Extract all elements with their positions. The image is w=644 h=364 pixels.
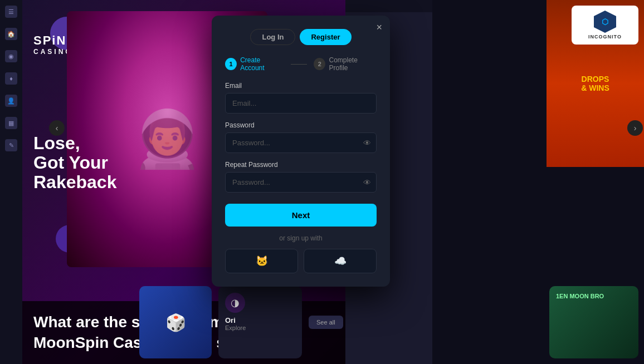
tab-row: Log In Register bbox=[225, 29, 377, 45]
sidebar-game-icon[interactable]: ◉ bbox=[5, 50, 17, 62]
bottom-cards-row: 🎲 ◑ Ori Explore See all bbox=[139, 286, 343, 358]
main-content: SPiN CASINO 👨‍🚀 💵 Lose, Got Your Rakebac… bbox=[22, 0, 644, 364]
step-2-label: Complete Profile bbox=[329, 56, 377, 72]
incognito-hex-icon: ⬡ bbox=[594, 11, 616, 33]
origami-card: ◑ Ori Explore bbox=[218, 286, 302, 358]
password-label: Password bbox=[225, 121, 377, 129]
step-1: 1 Create Account bbox=[225, 56, 284, 72]
step-2-circle: 2 bbox=[314, 58, 325, 70]
email-group: Email bbox=[225, 82, 377, 114]
dice-card: 🎲 bbox=[139, 286, 212, 358]
drops-wins-text: DROPS& WINS bbox=[581, 75, 609, 92]
banner-tagline: Lose, Got Your Rakeback bbox=[33, 134, 116, 193]
next-button[interactable]: Next bbox=[225, 204, 377, 227]
moon-bro-card: 1EN MOON BRO bbox=[549, 286, 638, 358]
social-icon-2: ☁️ bbox=[334, 255, 347, 267]
origami-icon: ◑ bbox=[225, 293, 245, 313]
social-icon-1: 🐱 bbox=[256, 255, 268, 267]
password-input[interactable] bbox=[225, 132, 377, 153]
incognito-logo: ⬡ INCOGNITO bbox=[572, 6, 638, 45]
modal: × Log In Register 1 Create Account 2 Com… bbox=[212, 16, 390, 287]
email-input[interactable] bbox=[225, 93, 377, 114]
repeat-password-label: Repeat Password bbox=[225, 161, 377, 169]
password-group: Password 👁 bbox=[225, 121, 377, 153]
email-label: Email bbox=[225, 82, 377, 90]
step-divider bbox=[291, 64, 307, 65]
password-input-wrapper: 👁 bbox=[225, 132, 377, 153]
repeat-password-eye-icon[interactable]: 👁 bbox=[363, 178, 371, 187]
email-input-wrapper bbox=[225, 93, 377, 114]
social-button-2[interactable]: ☁️ bbox=[304, 249, 377, 273]
see-all-button[interactable]: See all bbox=[309, 316, 343, 329]
sidebar-user-icon[interactable]: 👤 bbox=[5, 95, 17, 107]
step-1-label: Create Account bbox=[240, 56, 284, 72]
step-1-circle: 1 bbox=[225, 58, 237, 70]
steps-row: 1 Create Account 2 Complete Profile bbox=[225, 56, 377, 72]
step-2: 2 Complete Profile bbox=[314, 56, 377, 72]
social-row: 🐱 ☁️ bbox=[225, 249, 377, 273]
sidebar: ☰ 🏠 ◉ ♦ 👤 ▦ ✎ bbox=[0, 0, 22, 364]
sidebar-calendar-icon[interactable]: ▦ bbox=[5, 117, 17, 129]
or-text: or sign up with bbox=[225, 234, 377, 242]
sidebar-menu-icon[interactable]: ☰ bbox=[5, 6, 17, 18]
repeat-password-input-wrapper: 👁 bbox=[225, 172, 377, 193]
nav-arrow-left[interactable]: ‹ bbox=[49, 120, 65, 136]
sidebar-diamond-icon[interactable]: ♦ bbox=[5, 72, 17, 85]
moon-bro-label: 1EN MOON BRO bbox=[549, 286, 638, 306]
repeat-password-group: Repeat Password 👁 bbox=[225, 161, 377, 193]
tab-register[interactable]: Register bbox=[300, 29, 351, 45]
origami-title: Ori bbox=[225, 316, 295, 324]
password-eye-icon[interactable]: 👁 bbox=[363, 139, 371, 147]
incognito-text: INCOGNITO bbox=[588, 34, 622, 40]
tab-login[interactable]: Log In bbox=[250, 29, 295, 45]
nav-arrow-right[interactable]: › bbox=[627, 120, 643, 136]
sidebar-home-icon[interactable]: 🏠 bbox=[5, 28, 17, 40]
modal-close-button[interactable]: × bbox=[376, 22, 382, 32]
right-bg: DROPS& WINS 1EN MOON BRO bbox=[432, 0, 644, 364]
social-button-1[interactable]: 🐱 bbox=[225, 249, 298, 273]
repeat-password-input[interactable] bbox=[225, 172, 377, 193]
origami-sub: Explore bbox=[225, 324, 295, 331]
sidebar-edit-icon[interactable]: ✎ bbox=[5, 139, 17, 151]
see-all-area: See all bbox=[309, 316, 343, 329]
